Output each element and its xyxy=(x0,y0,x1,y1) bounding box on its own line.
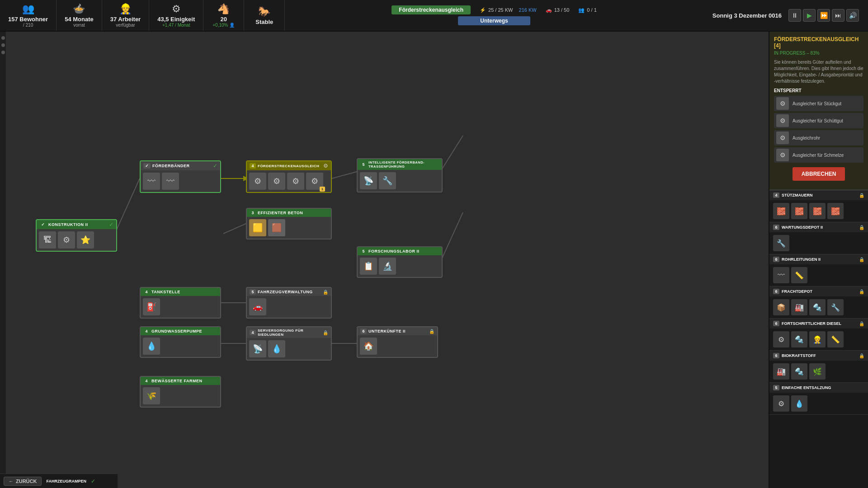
rp-icon-stuetzmauer-2: 🧱 xyxy=(791,203,807,219)
rp-rohrleitungen-icons: 〰 📏 xyxy=(769,264,868,286)
monate-sub: vorrat xyxy=(73,23,85,28)
rp-entsalzung: 5 EINFACHE ENTSALZUNG ⚙ 💧 xyxy=(769,383,868,415)
stat-monate: 🍲 54 Monate vorrat xyxy=(57,0,102,31)
power-stats: ⚡25 / 25 KW 216 KW 🚗 13 / 50 👥 0 / 1 xyxy=(480,5,597,14)
node-unterkuenfte-body: 🏠 xyxy=(358,335,437,357)
back-button[interactable]: ← ZURÜCK xyxy=(4,477,42,486)
node-effizienter-beton-title: EFFIZIENTER BETON xyxy=(258,211,328,215)
pause-button[interactable]: ⏸ xyxy=(788,9,801,22)
node-serversorgung[interactable]: 4 SERVERSORGUNG FÜR SIEDLUNGEN 🔒 📡 💧 xyxy=(246,326,332,361)
node-foerderstrecken-body: ⚙ ⚙ ⚙ ⚙ 1 xyxy=(247,170,331,192)
node-serversorgung-body: 📡 💧 xyxy=(247,338,331,360)
node-konstruktion2-title: KONSTRUKTION II xyxy=(48,222,107,227)
node-fahrzeugverwaltung-num: 5 xyxy=(250,289,256,295)
node-intelligente-body: 📡 🔧 xyxy=(358,170,442,192)
date-display: Sonnig 3 Dezember 0016 xyxy=(712,12,782,19)
node-unterkuenfte[interactable]: 6 UNTERKÜNFTE II 🔒 🏠 xyxy=(357,326,438,358)
selected-desc: Sie können bereits Güter aufteilen und z… xyxy=(774,59,863,84)
rp-frachtdepot-header: 6 FRACHTDEPOT 🔒 xyxy=(769,286,868,296)
transport1[interactable]: Förderstreckenausgleich xyxy=(392,5,471,14)
vehicles-val: 13 / 50 xyxy=(554,7,570,13)
node-intelligente[interactable]: 5 INTELLIGENTE FÖRDERBAND-TRASSENFÜHRUNG… xyxy=(357,158,443,192)
node-foerderband[interactable]: ✓ FÖRDERBÄNDER ✓ 〰 〰 xyxy=(140,160,221,193)
node-forschungslabor-header: 5 FORSCHUNGSLABOR II xyxy=(358,247,442,255)
bewohner-label: 157 Bewohner xyxy=(8,16,48,23)
node-unterkuenfte-header: 6 UNTERKÜNFTE II 🔒 xyxy=(358,327,437,335)
rp-stuetzmauern-num: 4 xyxy=(773,192,779,198)
rp-biokraftstoff-header: 6 BIOKRAFTSTOFF 🔒 xyxy=(769,351,868,361)
rp-frachtdepot-title: FRACHTDEPOT xyxy=(782,289,857,294)
selected-item-label-2: Ausgleicher für Schüttgut xyxy=(793,118,843,123)
rp-icon-wartungsdepot-1: 🔧 xyxy=(773,235,789,251)
sound-button[interactable]: 🔊 xyxy=(846,9,859,22)
rp-icon-frachtdepot-1: 📦 xyxy=(773,299,789,315)
rp-icon-entsalzung-2: 💧 xyxy=(791,395,807,412)
node-serversorgung-header: 4 SERVERSORGUNG FÜR SIEDLUNGEN 🔒 xyxy=(247,327,331,338)
rp-icon-stuetzmauer-1: 🧱 xyxy=(773,203,789,219)
svg-line-4 xyxy=(223,224,246,234)
node-forschungslabor[interactable]: 5 FORSCHUNGSLABOR II 📋 🔬 xyxy=(357,246,443,278)
node-forschungslabor-num: 5 xyxy=(360,249,367,254)
bottom-nav: ← ZURÜCK FAHRZEUGRAMPEN ✓ xyxy=(0,474,118,488)
abort-button[interactable]: ABBRECHEN xyxy=(793,167,845,181)
node-effizienter-beton-header: 3 EFFIZIENTER BETON xyxy=(247,209,331,217)
node-fahrzeugverwaltung-body: 🚗 xyxy=(247,296,331,318)
node-konstruktion2-num: ✓ xyxy=(39,222,47,227)
node-bewasserte-farmen-body: 🌾 xyxy=(141,385,220,407)
node-foerderstrecken-badge: 1 xyxy=(320,187,325,192)
node-foerderstrecken-title: FÖRDERSTRECKENAUSGLEICH xyxy=(258,164,321,168)
node-unterkuenfte-title: UNTERKÜNFTE II xyxy=(368,329,427,333)
selected-item-3[interactable]: ⚙ Ausgleichrohr xyxy=(774,130,863,145)
node-fahrzeugverwaltung-header: 5 FAHRZEUGVERWALTUNG 🔒 xyxy=(247,288,331,296)
node-foerderstrecken-icon3: ⚙ xyxy=(287,173,304,190)
node-effizienter-beton-icon2: 🟫 xyxy=(268,219,285,236)
power-total: 216 KW xyxy=(519,7,537,13)
bewohner-icon: 👥 xyxy=(22,3,34,15)
rp-entsalzung-header: 5 EINFACHE ENTSALZUNG xyxy=(769,383,868,393)
node-fahrzeugverwaltung[interactable]: 5 FAHRZEUGVERWALTUNG 🔒 🚗 xyxy=(246,287,332,319)
rp-icon-entsalzung-1: ⚙ xyxy=(773,395,789,412)
bottom-current-label: FAHRZEUGRAMPEN xyxy=(46,479,86,483)
node-forschungslabor-title: FORSCHUNGSLABOR II xyxy=(368,249,439,253)
rp-icon-stuetzmauer-3: 🧱 xyxy=(809,203,826,219)
node-tankstelle[interactable]: 4 TANKSTELLE ⛽ xyxy=(140,287,221,319)
stat-stable: 🐴 20 +0,10% 👤 xyxy=(203,0,244,31)
rp-entsalzung-title: EINFACHE ENTSALZUNG xyxy=(782,385,864,390)
transport2[interactable]: Unterwegs xyxy=(458,16,530,25)
node-konstruktion2[interactable]: ✓ KONSTRUKTION II ✓ 🏗 ⚙ ⭐ xyxy=(36,219,117,252)
node-grundwasserpumpe-icon1: 💧 xyxy=(143,338,160,355)
node-effizienter-beton[interactable]: 3 EFFIZIENTER BETON 🟨 🟫 xyxy=(246,208,332,239)
sidebar-dot-1 xyxy=(1,36,5,40)
arbeiter-icon: 👷 xyxy=(119,3,132,15)
einigkeit-label: 43,5 Einigkeit xyxy=(157,16,195,23)
power-item: ⚡25 / 25 KW 216 KW xyxy=(480,5,537,14)
rp-biokraftstoff-num: 6 xyxy=(773,353,779,358)
selected-item-icon-4: ⚙ xyxy=(776,149,789,161)
control-buttons: ⏸ ▶ ⏩ ⏭ 🔊 xyxy=(788,9,859,22)
rp-icon-rohrleitung-2: 📏 xyxy=(791,267,807,283)
stat-arbeiter: 👷 37 Arbeiter verfügbar xyxy=(102,0,149,31)
rp-rohrleitungen: 6 ROHRLEITUNGEN II 🔒 〰 📏 xyxy=(769,254,868,286)
rp-wartungsdepot-lock: 🔒 xyxy=(859,225,864,230)
power-val: 25 / 25 KW xyxy=(488,7,513,13)
node-foerderstrecken-header: 4 FÖRDERSTRECKENAUSGLEICH ⚙ xyxy=(247,161,331,170)
selected-item-1[interactable]: ⚙ Ausgleicher für Stückgut xyxy=(774,96,863,111)
selected-item-4[interactable]: ⚙ Ausgleicher für Schmelze xyxy=(774,147,863,163)
node-grundwasserpumpe[interactable]: 4 GRUNDWASSERPUMPE 💧 xyxy=(140,326,221,358)
selected-item-label-4: Ausgleicher für Schmelze xyxy=(793,153,844,158)
right-panel: FÖRDERSTRECKENAUSGLEICH [4] IN PROGRESS … xyxy=(769,32,868,488)
selected-item-2[interactable]: ⚙ Ausgleicher für Schüttgut xyxy=(774,113,863,128)
node-bewasserte-farmen-header: 4 BEWÄSSERTE FARMEN xyxy=(141,377,220,385)
skip-button[interactable]: ⏭ xyxy=(832,9,844,22)
node-bewasserte-farmen[interactable]: 4 BEWÄSSERTE FARMEN 🌾 xyxy=(140,376,221,408)
rp-entsalzung-icons: ⚙ 💧 xyxy=(769,393,868,414)
stable-sub: +0,10% 👤 xyxy=(212,23,235,28)
node-forschungslabor-icon2: 🔬 xyxy=(379,258,396,275)
node-foerderband-icon1: 〰 xyxy=(143,173,160,190)
selected-item-icon-1: ⚙ xyxy=(776,97,789,110)
sidebar-dot-3 xyxy=(1,51,5,54)
fast-forward-button[interactable]: ⏩ xyxy=(817,9,830,22)
node-foerderstrecken[interactable]: 4 FÖRDERSTRECKENAUSGLEICH ⚙ ⚙ ⚙ ⚙ ⚙ 1 xyxy=(246,160,332,193)
top-bar: 👥 157 Bewohner / 210 🍲 54 Monate vorrat … xyxy=(0,0,868,32)
play-button[interactable]: ▶ xyxy=(803,9,816,22)
